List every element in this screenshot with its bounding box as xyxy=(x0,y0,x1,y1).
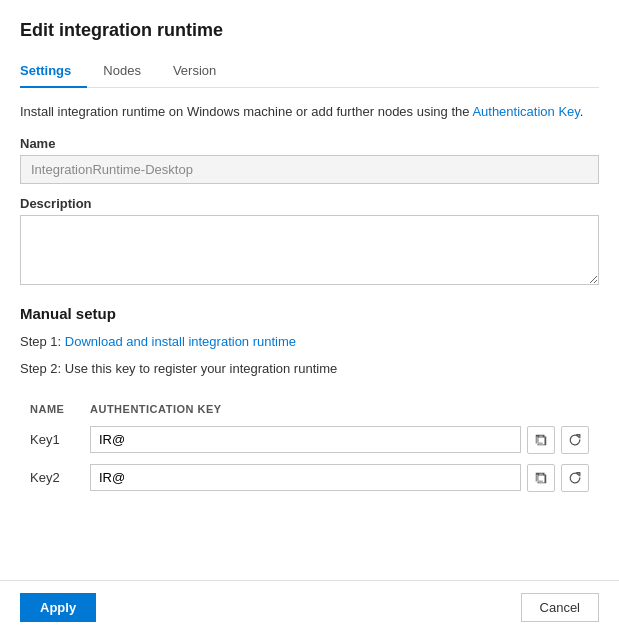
name-input xyxy=(20,155,599,184)
step2-prefix: Step 2: xyxy=(20,361,65,376)
key1-refresh-button[interactable] xyxy=(561,426,589,454)
footer: Apply Cancel xyxy=(0,580,619,634)
key1-name: Key1 xyxy=(20,421,80,459)
key2-input-row xyxy=(90,464,589,492)
step2-content: Use this key to register your integratio… xyxy=(65,361,337,376)
key1-input[interactable] xyxy=(90,426,521,453)
key2-name: Key2 xyxy=(20,459,80,497)
table-row: Key1 xyxy=(20,421,599,459)
auth-key-link[interactable]: Authentication Key xyxy=(472,104,579,119)
step2-text: Step 2: Use this key to register your in… xyxy=(20,359,599,379)
name-label: Name xyxy=(20,136,599,151)
copy-icon xyxy=(534,471,548,485)
cancel-button[interactable]: Cancel xyxy=(521,593,599,622)
auth-keys-table: NAME AUTHENTICATION KEY Key1 xyxy=(20,397,599,497)
tab-nodes[interactable]: Nodes xyxy=(103,55,157,88)
page-container: Edit integration runtime Settings Nodes … xyxy=(0,0,619,580)
refresh-icon xyxy=(568,433,582,447)
refresh-icon xyxy=(568,471,582,485)
key2-copy-button[interactable] xyxy=(527,464,555,492)
key1-input-row xyxy=(90,426,589,454)
description-textarea[interactable] xyxy=(20,215,599,285)
key2-input[interactable] xyxy=(90,464,521,491)
tab-settings[interactable]: Settings xyxy=(20,55,87,88)
tabs-bar: Settings Nodes Version xyxy=(20,55,599,88)
page-title: Edit integration runtime xyxy=(20,20,599,41)
apply-button[interactable]: Apply xyxy=(20,593,96,622)
key2-refresh-button[interactable] xyxy=(561,464,589,492)
step1-prefix: Step 1: xyxy=(20,334,65,349)
info-prefix: Install integration runtime on Windows m… xyxy=(20,104,472,119)
copy-icon xyxy=(534,433,548,447)
info-suffix: . xyxy=(580,104,584,119)
key1-cell xyxy=(80,421,599,459)
description-label: Description xyxy=(20,196,599,211)
key2-cell xyxy=(80,459,599,497)
table-row: Key2 xyxy=(20,459,599,497)
step1-text: Step 1: Download and install integration… xyxy=(20,332,599,352)
info-text: Install integration runtime on Windows m… xyxy=(20,102,599,122)
tab-version[interactable]: Version xyxy=(173,55,232,88)
manual-setup-title: Manual setup xyxy=(20,305,599,322)
col-header-name: NAME xyxy=(20,397,80,421)
col-header-auth-key: AUTHENTICATION KEY xyxy=(80,397,599,421)
key1-copy-button[interactable] xyxy=(527,426,555,454)
download-link[interactable]: Download and install integration runtime xyxy=(65,334,296,349)
